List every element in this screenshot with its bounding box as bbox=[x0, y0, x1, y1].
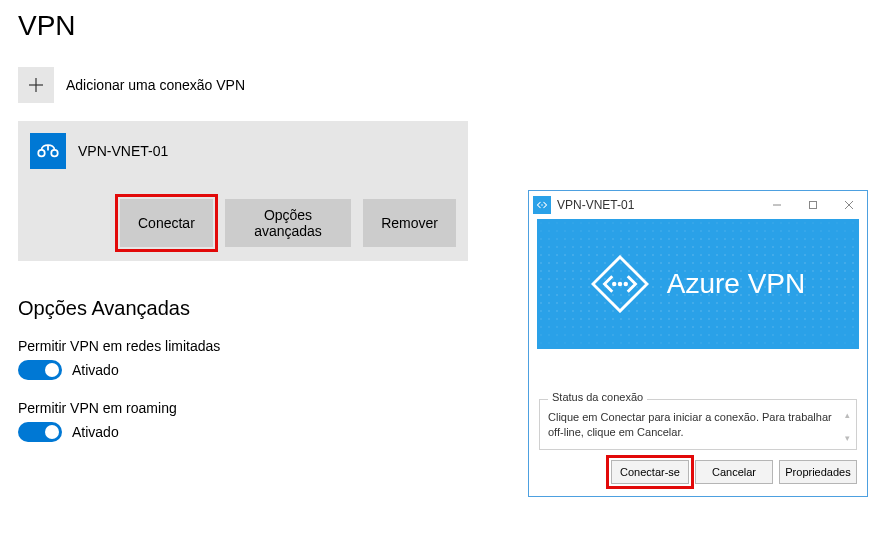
option-roaming: Permitir VPN em roaming Ativado bbox=[18, 400, 488, 442]
scroll-down-icon: ▾ bbox=[845, 433, 850, 443]
dialog-title: VPN-VNET-01 bbox=[557, 198, 634, 212]
svg-point-13 bbox=[623, 282, 627, 286]
azure-vpn-logo-icon bbox=[591, 255, 649, 313]
dialog-banner: Azure VPN bbox=[537, 219, 859, 349]
minimize-button[interactable] bbox=[759, 191, 795, 219]
azure-vpn-dialog: VPN-VNET-01 Azure VPN Status da conex bbox=[528, 190, 868, 497]
dialog-app-icon bbox=[533, 196, 551, 214]
advanced-section-title: Opções Avançadas bbox=[18, 297, 488, 320]
banner-text: Azure VPN bbox=[667, 268, 806, 300]
svg-point-3 bbox=[51, 150, 58, 157]
option-metered: Permitir VPN em redes limitadas Ativado bbox=[18, 338, 488, 380]
svg-point-2 bbox=[38, 150, 45, 157]
connect-button[interactable]: Conectar bbox=[120, 199, 213, 247]
minimize-icon bbox=[772, 200, 782, 210]
svg-point-12 bbox=[618, 282, 622, 286]
vpn-connection-item[interactable]: VPN-VNET-01 Conectar Opções avançadas Re… bbox=[18, 121, 468, 261]
status-legend: Status da conexão bbox=[548, 391, 647, 403]
add-vpn-label: Adicionar uma conexão VPN bbox=[66, 77, 245, 93]
option-metered-toggle[interactable] bbox=[18, 360, 62, 380]
vpn-connection-name: VPN-VNET-01 bbox=[78, 143, 168, 159]
svg-point-5 bbox=[541, 204, 543, 206]
maximize-button[interactable] bbox=[795, 191, 831, 219]
page-title: VPN bbox=[18, 10, 488, 42]
option-metered-label: Permitir VPN em redes limitadas bbox=[18, 338, 488, 354]
dialog-properties-button[interactable]: Propriedades bbox=[779, 460, 857, 484]
vpn-settings-panel: VPN Adicionar uma conexão VPN VPN-VNET-0… bbox=[18, 10, 488, 462]
dialog-connect-button[interactable]: Conectar-se bbox=[611, 460, 689, 484]
advanced-options-button[interactable]: Opções avançadas bbox=[225, 199, 351, 247]
option-roaming-toggle[interactable] bbox=[18, 422, 62, 442]
dialog-cancel-button[interactable]: Cancelar bbox=[695, 460, 773, 484]
option-metered-state: Ativado bbox=[72, 362, 119, 378]
dialog-titlebar[interactable]: VPN-VNET-01 bbox=[529, 191, 867, 219]
status-message: Clique em Conectar para iniciar a conexã… bbox=[548, 410, 848, 441]
vpn-icon bbox=[30, 133, 66, 169]
add-vpn-row[interactable]: Adicionar uma conexão VPN bbox=[18, 67, 488, 103]
status-scrollbar[interactable]: ▴ ▾ bbox=[842, 410, 852, 443]
close-icon bbox=[844, 200, 854, 210]
remove-button[interactable]: Remover bbox=[363, 199, 456, 247]
scroll-up-icon: ▴ bbox=[845, 410, 850, 420]
close-button[interactable] bbox=[831, 191, 867, 219]
status-group: Status da conexão Clique em Conectar par… bbox=[539, 399, 857, 450]
svg-point-11 bbox=[612, 282, 616, 286]
option-roaming-state: Ativado bbox=[72, 424, 119, 440]
add-vpn-tile[interactable] bbox=[18, 67, 54, 103]
svg-rect-7 bbox=[810, 202, 817, 209]
plus-icon bbox=[28, 77, 44, 93]
maximize-icon bbox=[808, 200, 818, 210]
option-roaming-label: Permitir VPN em roaming bbox=[18, 400, 488, 416]
